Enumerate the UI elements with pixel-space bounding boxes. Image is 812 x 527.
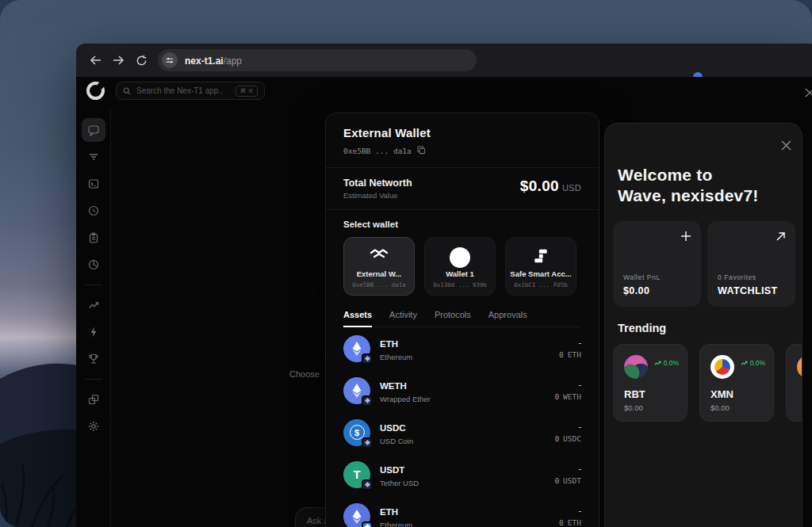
wallet-card-safe[interactable]: Safe Smart Acc... 0x1bC1 ... F05b: [505, 237, 576, 296]
network-badge-icon: [362, 521, 373, 527]
wallet-tabs: Assets Activity Protocols Approvals: [343, 310, 581, 327]
wallet-cards: External W... 0xe5BB ... da1a Wallet 1 0…: [343, 237, 581, 296]
asset-value: -: [559, 506, 581, 515]
asset-symbol: ETH: [380, 339, 398, 349]
sidebar-divider: [85, 379, 102, 380]
sidebar-item-portfolio[interactable]: [82, 253, 105, 277]
browser-window: nex-t1.ai/app Search th: [76, 44, 812, 527]
asset-value: -: [554, 464, 581, 473]
asset-row[interactable]: T USDTTether USD -0USDT: [343, 453, 581, 495]
search-shortcut-badge: ⌘ K: [236, 86, 258, 97]
app-search-bar[interactable]: Search the Nex-T1 app.. ⌘ K: [116, 82, 265, 100]
networth-value: $0.00USD: [520, 178, 581, 195]
url-host: nex-t1.ai: [185, 55, 224, 67]
token-avatar: [797, 355, 802, 379]
asset-row[interactable]: $ USDCUSD Coin -0USDC: [343, 411, 581, 453]
search-placeholder: Search the Nex-T1 app..: [136, 86, 230, 95]
close-icon[interactable]: [781, 139, 792, 151]
asset-name: Ethereum: [380, 353, 559, 361]
sidebar-item-history[interactable]: [82, 199, 105, 223]
asset-unit: ETH: [568, 350, 581, 359]
trending-card-partial[interactable]: [786, 344, 802, 422]
gear-icon: [87, 420, 100, 433]
sidebar-item-settings[interactable]: [82, 414, 105, 438]
wallet-pnl-card[interactable]: Wallet PnL $0.00: [613, 221, 701, 307]
trending-change: 0.0%: [664, 359, 679, 367]
walletconnect-icon: [344, 247, 414, 260]
wallet-card-wallet1[interactable]: Wallet 1 0x130d ... 939b: [424, 237, 496, 296]
app-canvas: Search the Nex-T1 app.. ⌘ K: [76, 77, 812, 527]
back-icon[interactable]: [89, 54, 102, 67]
app-logo: [86, 82, 105, 100]
sidebar-item-terminal[interactable]: [82, 172, 105, 196]
site-settings-icon[interactable]: [162, 52, 178, 68]
sidebar-item-filter[interactable]: [82, 145, 105, 169]
chat-icon: [87, 124, 100, 136]
tab-activity[interactable]: Activity: [389, 310, 417, 319]
safe-wallet-icon: [506, 247, 576, 265]
eth-coin-icon: [343, 503, 370, 527]
wallet-panel-title: External Wallet: [343, 126, 581, 139]
filter-icon: [87, 151, 100, 163]
usdc-coin-icon: $: [343, 419, 370, 446]
sidebar-item-chat[interactable]: [82, 118, 105, 142]
sidebar-item-notes[interactable]: [82, 226, 105, 250]
network-badge-icon: [362, 395, 373, 407]
tab-assets[interactable]: Assets: [343, 310, 372, 319]
asset-unit: USDT: [563, 476, 581, 485]
xmn-token-avatar: [710, 355, 734, 379]
sidebar-item-markets[interactable]: [82, 293, 105, 317]
wallet1-icon: [425, 247, 495, 268]
asset-row[interactable]: WETHWrapped Ether -0WETH: [343, 369, 581, 411]
asset-amount: 0: [559, 350, 564, 359]
sidebar-item-actions[interactable]: [82, 320, 105, 344]
plus-icon[interactable]: [680, 231, 691, 245]
asset-unit: USDC: [563, 434, 581, 443]
asset-name: Ethereum: [380, 521, 559, 527]
asset-amount: 0: [559, 518, 564, 527]
network-badge-icon: [362, 353, 373, 365]
trophy-icon: [87, 353, 100, 365]
forward-icon[interactable]: [112, 54, 124, 67]
sidebar-item-rewards[interactable]: [82, 347, 105, 371]
arrow-up-right-icon[interactable]: [776, 231, 786, 245]
divider: [326, 209, 599, 210]
rbt-token-avatar: [624, 355, 648, 379]
wallet-card-name: Wallet 1: [446, 269, 474, 278]
asset-unit: ETH: [568, 518, 581, 527]
sidebar-item-apps[interactable]: [82, 388, 105, 411]
trending-symbol: RBT: [624, 388, 645, 400]
address-bar[interactable]: nex-t1.ai/app: [158, 49, 477, 71]
reload-icon[interactable]: [135, 54, 147, 67]
clipboard-icon: [87, 231, 100, 244]
wallet-card-external[interactable]: External W... 0xe5BB ... da1a: [343, 237, 415, 296]
url-text: nex-t1.ai/app: [185, 53, 242, 67]
network-badge-icon: [362, 479, 373, 491]
choose-agent-text: Choose: [289, 369, 320, 379]
welcome-panel: Welcome to Wave, nexisdev7! Wallet PnL $…: [604, 123, 802, 527]
trending-cards: 0.0% RBT $0.00 0.0% XMN $0.00: [613, 344, 802, 422]
asset-name: Wrapped Ether: [380, 395, 554, 403]
trending-card-xmn[interactable]: 0.0% XMN $0.00: [699, 344, 774, 422]
close-icon[interactable]: [805, 86, 812, 97]
sidebar: [76, 109, 111, 527]
divider: [326, 167, 599, 168]
tab-approvals[interactable]: Approvals: [488, 310, 527, 319]
weth-coin-icon: [343, 377, 370, 404]
tab-protocols[interactable]: Protocols: [435, 310, 471, 319]
asset-row[interactable]: ETHEthereum -0ETH: [343, 327, 581, 369]
watchlist-card[interactable]: 0 Favorites WATCHLIST: [707, 221, 795, 307]
copy-icon[interactable]: [417, 143, 426, 158]
wallet-card-name: External W...: [357, 269, 402, 278]
asset-amount: 0: [554, 476, 559, 485]
asset-amount: 0: [554, 434, 559, 443]
history-icon: [87, 204, 100, 217]
trending-title: Trending: [618, 322, 666, 334]
asset-row[interactable]: ETHEthereum -0ETH: [343, 495, 581, 527]
watchlist-label: WATCHLIST: [718, 285, 778, 296]
wallet-panel: External Wallet 0xe5BB ... da1a Total Ne…: [325, 113, 599, 527]
pnl-value: $0.00: [623, 285, 649, 296]
screen: nex-t1.ai/app Search th: [0, 0, 812, 527]
trending-card-rbt[interactable]: 0.0% RBT $0.00: [613, 344, 688, 422]
trend-up-icon: [87, 299, 100, 311]
